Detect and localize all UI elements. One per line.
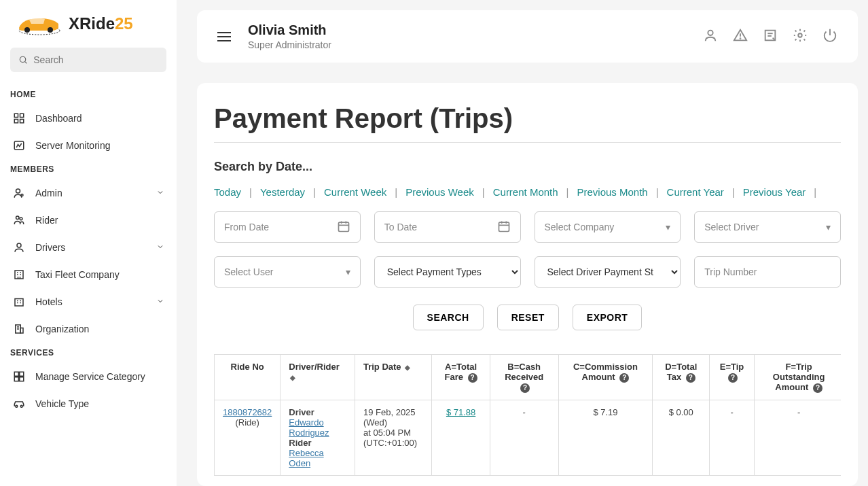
- filter-current-week[interactable]: Current Week: [324, 186, 386, 198]
- menu-toggle-button[interactable]: [217, 32, 231, 41]
- from-date-field[interactable]: [224, 222, 337, 232]
- nav-dashboard[interactable]: Dashboard: [0, 105, 177, 132]
- filter-current-month[interactable]: Current Month: [493, 186, 558, 198]
- filter-previous-year[interactable]: Previous Year: [743, 186, 806, 198]
- filter-previous-month[interactable]: Previous Month: [577, 186, 647, 198]
- logo-text: XRide25: [69, 14, 133, 33]
- cell-commission: $ 7.19: [558, 400, 653, 475]
- company-icon: [12, 268, 26, 281]
- nav-admin[interactable]: Admin: [0, 179, 177, 207]
- svg-point-35: [16, 405, 18, 407]
- nav-hotels[interactable]: Hotels: [0, 288, 177, 315]
- select-company-label: Select Company: [545, 222, 615, 232]
- filter-yesterday[interactable]: Yesterday: [260, 186, 305, 198]
- nav-label: Hotels: [35, 296, 62, 307]
- chevron-down-icon: [156, 242, 164, 253]
- to-date-field[interactable]: [384, 222, 497, 232]
- reset-button[interactable]: RESET: [497, 305, 559, 330]
- col-cash-received[interactable]: B=Cash Received ?: [490, 355, 558, 400]
- svg-rect-33: [14, 377, 18, 381]
- select-user[interactable]: Select User ▾: [214, 256, 361, 288]
- help-icon[interactable]: ?: [686, 373, 695, 383]
- col-ride-no[interactable]: Ride No: [215, 355, 281, 400]
- nav-label: Server Monitoring: [35, 140, 111, 151]
- search-button[interactable]: SEARCH: [413, 305, 484, 330]
- report-table-wrap: Ride No Driver/Rider ◆ Trip Date ◆ A=Tot…: [214, 354, 841, 476]
- select-company[interactable]: Select Company ▾: [535, 211, 681, 243]
- nav-label: Rider: [35, 215, 58, 226]
- alert-icon[interactable]: [733, 28, 748, 46]
- help-icon[interactable]: ?: [520, 383, 530, 393]
- svg-point-13: [20, 218, 22, 220]
- svg-rect-5: [14, 114, 18, 117]
- rider-icon: [12, 213, 26, 227]
- help-icon[interactable]: ?: [728, 373, 738, 383]
- ride-no-link[interactable]: 1880872682: [223, 407, 272, 417]
- svg-point-37: [708, 30, 712, 35]
- nav-drivers[interactable]: Drivers: [0, 234, 177, 261]
- nav-manage-service-category[interactable]: Manage Service Category: [0, 363, 177, 390]
- nav-section-members: MEMBERS: [0, 159, 177, 179]
- select-payment-types[interactable]: Select Payment Types: [374, 256, 521, 288]
- nav-vehicle-type[interactable]: Vehicle Type: [0, 390, 177, 417]
- col-outstanding[interactable]: F=Trip Outstanding Amount ?: [754, 355, 841, 400]
- dashboard-icon: [12, 111, 26, 125]
- logo-car-icon: [12, 10, 63, 37]
- trip-number-field[interactable]: [704, 266, 831, 277]
- export-button[interactable]: EXPORT: [573, 305, 643, 330]
- svg-point-10: [16, 189, 20, 193]
- help-icon[interactable]: ?: [813, 383, 822, 393]
- caret-down-icon: ▾: [666, 222, 670, 232]
- svg-point-36: [20, 405, 22, 407]
- topbar-icons: [703, 28, 837, 46]
- driver-link[interactable]: Edwardo Rodriguez: [289, 417, 329, 438]
- note-icon[interactable]: [763, 28, 778, 46]
- filter-today[interactable]: Today: [214, 186, 241, 198]
- power-icon[interactable]: [822, 28, 837, 46]
- nav-section-home: HOME: [0, 84, 177, 105]
- cell-total-fare: $ 71.88: [432, 400, 490, 475]
- sidebar-search[interactable]: [10, 48, 166, 72]
- cell-trip-date: 19 Feb, 2025 (Wed) at 05:04 PM (UTC:+01:…: [355, 400, 431, 475]
- col-driver-rider[interactable]: Driver/Rider ◆: [281, 355, 355, 400]
- user-name: Olivia Smith: [248, 22, 331, 38]
- total-fare-link[interactable]: $ 71.88: [446, 407, 475, 417]
- table-row: 1880872682 (Ride) Driver Edwardo Rodrigu…: [215, 400, 842, 475]
- calendar-icon: [337, 220, 350, 235]
- col-commission[interactable]: C=Commission Amount ?: [558, 355, 653, 400]
- nav-organization[interactable]: Organization: [0, 315, 177, 343]
- user-block: Olivia Smith Super Administrator: [248, 22, 331, 50]
- col-tax[interactable]: D=Total Tax ?: [653, 355, 710, 400]
- from-date-input[interactable]: [214, 211, 361, 243]
- settings-icon[interactable]: [793, 28, 808, 46]
- cell-tax: $ 0.00: [653, 400, 710, 475]
- page-title: Payment Report (Trips): [214, 103, 841, 143]
- report-table: Ride No Driver/Rider ◆ Trip Date ◆ A=Tot…: [214, 354, 841, 476]
- nav-label: Manage Service Category: [35, 371, 145, 382]
- svg-rect-22: [15, 299, 23, 307]
- col-trip-date[interactable]: Trip Date ◆: [355, 355, 431, 400]
- to-date-input[interactable]: [374, 211, 521, 243]
- filter-current-year[interactable]: Current Year: [667, 186, 724, 198]
- cell-outstanding: -: [754, 400, 841, 475]
- rider-label: Rider: [289, 438, 311, 448]
- col-tip[interactable]: E=Tip ?: [710, 355, 755, 400]
- nav-taxi-fleet-company[interactable]: Taxi Fleet Company: [0, 261, 177, 288]
- svg-rect-31: [14, 372, 18, 376]
- nav-server-monitoring[interactable]: Server Monitoring: [0, 132, 177, 159]
- svg-rect-34: [20, 377, 24, 381]
- search-by-date-label: Search by Date...: [214, 160, 841, 174]
- svg-rect-49: [499, 222, 509, 231]
- trip-number-input[interactable]: [694, 256, 841, 288]
- nav-rider[interactable]: Rider: [0, 207, 177, 234]
- rider-link[interactable]: Rebecca Oden: [289, 448, 323, 468]
- col-total-fare[interactable]: A=Total Fare ?: [432, 355, 490, 400]
- help-icon[interactable]: ?: [468, 373, 477, 383]
- filter-previous-week[interactable]: Previous Week: [405, 186, 474, 198]
- select-driver-payment-status[interactable]: Select Driver Payment St: [535, 256, 681, 288]
- sidebar-search-input[interactable]: [33, 54, 158, 65]
- help-icon[interactable]: ?: [619, 373, 629, 383]
- nav-label: Organization: [35, 324, 89, 334]
- select-driver[interactable]: Select Driver ▾: [694, 211, 841, 243]
- profile-icon[interactable]: [703, 28, 718, 46]
